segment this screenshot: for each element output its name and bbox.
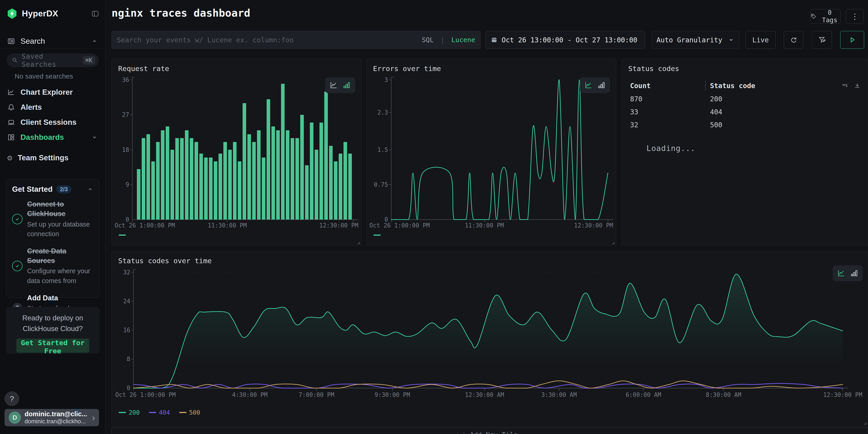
no-saved-searches-text: No saved searches — [14, 72, 73, 80]
sidebar-item-team-settings[interactable]: ⚙ Team Settings — [0, 152, 105, 164]
play-icon — [848, 36, 856, 44]
event-search-input[interactable]: Search your events w/ Lucene ex. column:… — [112, 31, 480, 49]
saved-searches-input[interactable]: Saved Searches ⌘K — [7, 54, 99, 67]
step-title: Create Data Sources — [27, 246, 93, 266]
sidebar-collapse-button[interactable] — [91, 10, 99, 17]
run-query-button[interactable] — [840, 31, 864, 49]
panel-status-codes-over-time: Status codes over time 08162432Oct 26 1:… — [112, 251, 868, 426]
bar-chart-icon[interactable] — [342, 81, 351, 90]
request-rate-chart[interactable]: 09182736Oct 26 1:00:00 PM11:30:00 PM12:3… — [112, 59, 361, 246]
help-button[interactable]: ? — [5, 392, 19, 406]
get-started-step-connect[interactable]: Connect to ClickHouse Set up your databa… — [12, 199, 93, 239]
series-swatch — [373, 235, 381, 236]
series-swatch — [119, 412, 126, 413]
download-icon[interactable] — [854, 82, 861, 89]
date-range-picker[interactable]: Oct 26 13:00:00 - Oct 27 13:00:00 — [486, 31, 645, 49]
series-label: 500 — [189, 409, 200, 416]
cloud-card-text: Ready to deploy on ClickHouse Cloud? — [11, 313, 94, 334]
resize-handle-icon[interactable] — [611, 241, 615, 244]
panel-status-codes: Status codes Count Status code 870 200 3… — [622, 59, 868, 246]
live-button[interactable]: Live — [745, 31, 776, 49]
step-title: Connect to ClickHouse — [27, 199, 93, 219]
kebab-menu-button[interactable]: ⋮ — [846, 9, 864, 24]
get-started-card: Get Started 2/3 Connect to ClickHouse Se… — [6, 179, 99, 298]
avatar: D — [9, 411, 21, 424]
bar-chart-icon[interactable] — [597, 81, 606, 90]
sort-icon[interactable] — [841, 82, 849, 89]
chevron-up-icon[interactable] — [87, 186, 93, 192]
chevron-up-icon — [91, 38, 98, 44]
search-icon — [11, 57, 19, 64]
sidebar-item-dashboards[interactable]: Dashboards — [0, 131, 105, 144]
panel-title: Status codes — [628, 64, 679, 73]
line-chart-icon[interactable] — [584, 81, 593, 90]
refresh-button[interactable] — [784, 31, 803, 49]
svg-text:0: 0 — [127, 384, 130, 392]
resize-handle-icon[interactable] — [863, 422, 866, 425]
saved-searches-placeholder: Saved Searches — [22, 52, 80, 68]
svg-text:32: 32 — [123, 269, 130, 276]
chevron-right-icon: › — [92, 412, 95, 423]
legend-item-500[interactable]: 500 — [179, 409, 200, 416]
column-resize-handle[interactable] — [705, 81, 706, 90]
dashboards-icon — [7, 133, 15, 141]
svg-text:16: 16 — [123, 327, 130, 334]
legend-item-404[interactable]: 404 — [149, 409, 170, 416]
nav-label: Alerts — [21, 103, 98, 112]
user-menu[interactable]: D dominic.tran@clic... dominic.tran@clic… — [5, 409, 99, 426]
sidebar-item-chart-explorer[interactable]: Chart Explorer — [0, 86, 105, 98]
chevron-down-icon — [728, 36, 735, 43]
line-chart-icon[interactable] — [329, 81, 338, 90]
status-codes-over-time-chart[interactable]: 08162432Oct 26 1:00:00 PM4:30:00 PM7:00:… — [112, 251, 868, 426]
filter-button[interactable] — [812, 31, 832, 49]
svg-text:11:30:00 PM: 11:30:00 PM — [465, 222, 504, 229]
svg-text:8:30:00 AM: 8:30:00 AM — [706, 392, 741, 398]
tags-button[interactable]: 0 Tags — [810, 9, 840, 24]
lucene-mode-toggle[interactable]: Lucene — [451, 36, 475, 44]
gear-icon: ⚙ — [7, 154, 12, 162]
series-label: 200 — [129, 409, 140, 416]
cell-status-code: 500 — [705, 121, 861, 129]
svg-text:12:30:00 PM: 12:30:00 PM — [823, 392, 862, 398]
svg-text:18: 18 — [122, 147, 129, 153]
sql-mode-toggle[interactable]: SQL — [422, 36, 434, 44]
get-started-step-sources[interactable]: Create Data Sources Configure where your… — [12, 246, 93, 285]
main-content: nginx traces dashboard 0 Tags ⋮ Search y… — [105, 0, 868, 434]
column-header-status-code[interactable]: Status code — [710, 82, 841, 90]
errors-over-time-chart[interactable]: 00.751.52.33Oct 26 1:00:00 PM11:30:00 PM… — [367, 59, 616, 246]
panel-title: Status codes over time — [118, 257, 212, 265]
chart-explorer-icon — [7, 88, 15, 96]
chevron-down-icon — [91, 134, 98, 141]
sidebar-item-search[interactable]: Search — [0, 34, 105, 49]
clickhouse-cloud-card: Ready to deploy on ClickHouse Cloud? Get… — [6, 307, 99, 353]
svg-text:0.75: 0.75 — [374, 181, 388, 188]
resize-handle-icon[interactable] — [356, 241, 360, 244]
panel-title: Request rate — [118, 64, 169, 73]
bar-chart-icon[interactable] — [850, 269, 859, 278]
granularity-select[interactable]: Auto Granularity — [652, 31, 739, 49]
svg-text:12:30:00 PM: 12:30:00 PM — [319, 222, 359, 229]
legend-item-200[interactable]: 200 — [119, 409, 140, 416]
step-title: Add Data — [27, 293, 86, 303]
nav-label: Dashboards — [21, 133, 86, 142]
svg-text:7:00:00 PM: 7:00:00 PM — [299, 392, 334, 398]
nav-label: Chart Explorer — [21, 88, 98, 97]
cell-count: 870 — [630, 95, 705, 103]
svg-text:3:30:00 AM: 3:30:00 AM — [541, 392, 577, 398]
filter-edit-icon — [818, 36, 826, 44]
sidebar-item-client-sessions[interactable]: Client Sessions — [0, 116, 105, 128]
svg-text:6:00:00 AM: 6:00:00 AM — [626, 392, 661, 398]
table-row[interactable]: 32 500 — [630, 121, 861, 129]
calendar-icon — [491, 36, 498, 43]
get-started-free-button[interactable]: Get Started for Free — [17, 339, 89, 353]
sidebar-item-alerts[interactable]: Alerts — [0, 101, 105, 114]
svg-text:24: 24 — [123, 298, 130, 305]
svg-text:3: 3 — [384, 76, 388, 83]
brand-name: HyperDX — [22, 9, 87, 19]
table-header-row: Count Status code — [630, 81, 861, 90]
add-new-tile-button[interactable]: + Add New Tile — [112, 427, 868, 434]
column-header-count[interactable]: Count — [630, 82, 705, 90]
line-chart-icon[interactable] — [837, 269, 845, 278]
table-row[interactable]: 33 404 — [630, 108, 861, 116]
table-row[interactable]: 870 200 — [630, 95, 861, 103]
